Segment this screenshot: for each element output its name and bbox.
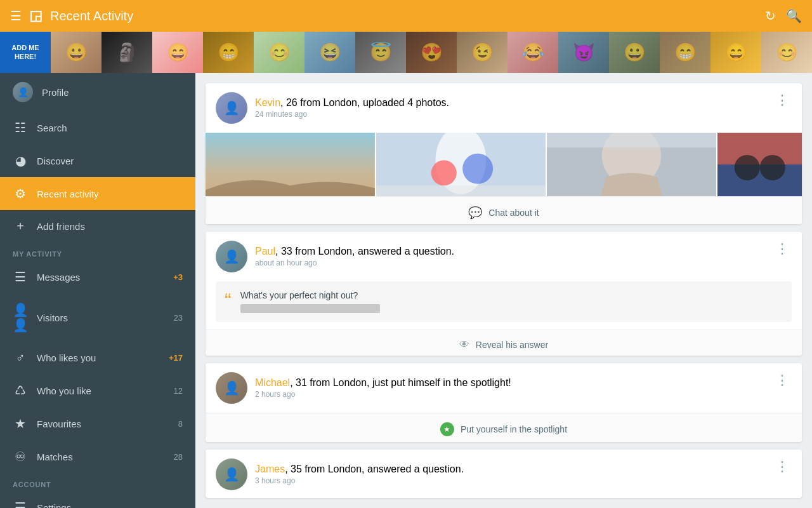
card-header-kevin: 👤 Kevin, 26 from London, uploaded 4 phot…	[206, 83, 802, 133]
activity-card-james: 👤 James, 35 from London, answered a ques…	[206, 450, 802, 498]
strip-photo-11[interactable]: 😈	[558, 32, 609, 73]
kevin-menu-icon[interactable]: ⋮	[773, 92, 792, 109]
favourites-icon: ★	[13, 416, 28, 431]
strip-photo-2[interactable]: 🗿	[102, 32, 152, 73]
sidebar-item-who-likes-you[interactable]: ♂ Who likes you +17	[0, 342, 195, 374]
strip-photo-1[interactable]: 😀	[51, 32, 102, 73]
sidebar-item-who-you-like[interactable]: ♺ Who you like 12	[0, 374, 195, 407]
search-icon[interactable]: 🔍	[786, 8, 802, 23]
menu-icon[interactable]: ☰	[10, 8, 22, 23]
content-area: 👤 Kevin, 26 from London, uploaded 4 phot…	[195, 73, 812, 508]
eye-icon: 👁	[459, 339, 469, 351]
paul-description: Paul, 33 from London, answered a questio…	[255, 246, 765, 257]
michael-time: 2 hours ago	[255, 390, 765, 399]
svg-rect-5	[376, 185, 546, 196]
kevin-photo-1[interactable]	[206, 133, 375, 196]
michael-info: Michael, 31 from London, just put himsel…	[255, 377, 765, 399]
messages-icon: ☰	[13, 269, 28, 284]
svg-rect-8	[547, 133, 716, 147]
avatar-paul[interactable]: 👤	[216, 241, 247, 272]
quote-icon: “	[225, 290, 232, 311]
strip-photo-7[interactable]: 😇	[355, 32, 406, 73]
svg-rect-10	[717, 133, 802, 164]
kevin-time: 24 minutes ago	[255, 110, 765, 119]
visitors-label: Visitors	[37, 312, 165, 323]
settings-label: Settings	[37, 502, 183, 509]
michael-spotlight-action[interactable]: ★ Put yourself in the spotlight	[206, 413, 802, 443]
kevin-info: Kevin, 26 from London, uploaded 4 photos…	[255, 97, 765, 119]
strip-photo-6[interactable]: 😆	[304, 32, 355, 73]
paul-info: Paul, 33 from London, answered a questio…	[255, 246, 765, 267]
paul-reveal-action[interactable]: 👁 Reveal his answer	[206, 330, 802, 356]
michael-description: Michael, 31 from London, just put himsel…	[255, 377, 765, 389]
sidebar-item-visitors[interactable]: 👤👤 Visitors 23	[0, 293, 195, 342]
sidebar-item-search[interactable]: ☷ Search	[0, 111, 195, 144]
card-header-james: 👤 James, 35 from London, answered a ques…	[206, 450, 802, 498]
strip-photo-10[interactable]: 😂	[508, 32, 558, 73]
sidebar-item-messages[interactable]: ☰ Messages +3	[0, 260, 195, 293]
settings-icon: ☰	[13, 500, 28, 508]
add-friends-label: Add friends	[37, 221, 183, 232]
avatar-james[interactable]: 👤	[216, 458, 247, 490]
strip-photo-12[interactable]: 😀	[609, 32, 660, 73]
card-header-michael: 👤 Michael, 31 from London, just put hims…	[206, 363, 802, 413]
paul-question-text: What's your perfect night out?	[240, 290, 380, 300]
discover-icon: ◕	[13, 153, 28, 168]
card-header-paul: 👤 Paul, 33 from London, answered a quest…	[206, 232, 802, 281]
strip-photo-5[interactable]: 😊	[254, 32, 304, 73]
kevin-photo-4[interactable]	[717, 133, 802, 196]
sidebar-item-matches[interactable]: ♾ Matches 28	[0, 440, 195, 473]
james-menu-icon[interactable]: ⋮	[773, 458, 792, 475]
kevin-desc: , 26 from London, uploaded 4 photos.	[280, 97, 449, 108]
activity-card-michael: 👤 Michael, 31 from London, just put hims…	[206, 363, 802, 443]
michael-name[interactable]: Michael	[255, 377, 290, 388]
paul-time: about an hour ago	[255, 258, 765, 267]
michael-menu-icon[interactable]: ⋮	[773, 372, 792, 389]
paul-answer-blurred	[240, 304, 380, 313]
james-description: James, 35 from London, answered a questi…	[255, 464, 765, 475]
main-layout: 👤 Profile ☷ Search ◕ Discover ⚙ Recent a…	[0, 73, 812, 508]
kevin-action-label: Chat about it	[488, 208, 539, 218]
sidebar-item-discover[interactable]: ◕ Discover	[0, 144, 195, 177]
kevin-photos	[206, 133, 802, 196]
activity-card-paul: 👤 Paul, 33 from London, answered a quest…	[206, 232, 802, 356]
avatar-michael[interactable]: 👤	[216, 372, 247, 404]
michael-desc: , 31 from London, just put himself in th…	[290, 377, 511, 388]
my-activity-section: MY ACTIVITY	[0, 243, 195, 260]
strip-photo-3[interactable]: 😄	[152, 32, 203, 73]
sidebar-item-add-friends[interactable]: + Add friends	[0, 210, 195, 243]
svg-point-12	[759, 155, 785, 180]
activity-card-kevin: 👤 Kevin, 26 from London, uploaded 4 phot…	[206, 83, 802, 224]
kevin-description: Kevin, 26 from London, uploaded 4 photos…	[255, 97, 765, 109]
strip-photo-15[interactable]: 😊	[761, 32, 812, 73]
messages-label: Messages	[37, 272, 164, 283]
paul-question-box: “ What's your perfect night out?	[216, 281, 792, 322]
top-icons: ↻ 🔍	[765, 8, 802, 23]
sidebar-item-recent-activity[interactable]: ⚙ Recent activity	[0, 177, 195, 210]
account-section: ACCOUNT	[0, 473, 195, 491]
matches-count: 28	[174, 452, 183, 462]
strip-photo-13[interactable]: 😁	[660, 32, 710, 73]
kevin-chat-action[interactable]: 💬 Chat about it	[206, 196, 802, 224]
avatar-kevin[interactable]: 👤	[216, 92, 247, 124]
paul-menu-icon[interactable]: ⋮	[773, 241, 792, 257]
paul-name[interactable]: Paul	[255, 246, 275, 257]
kevin-photo-3[interactable]	[547, 133, 716, 196]
refresh-icon[interactable]: ↻	[765, 8, 776, 23]
sidebar-item-profile[interactable]: 👤 Profile	[0, 73, 195, 111]
kevin-photo-2[interactable]	[376, 133, 546, 196]
james-name[interactable]: James	[255, 464, 285, 474]
kevin-name[interactable]: Kevin	[255, 97, 280, 108]
strip-photo-8[interactable]: 😍	[406, 32, 457, 73]
sidebar-item-settings[interactable]: ☰ Settings	[0, 491, 195, 508]
james-info: James, 35 from London, answered a questi…	[255, 464, 765, 485]
visitors-count: 23	[174, 313, 183, 323]
strip-photo-4[interactable]: 😁	[203, 32, 254, 73]
michael-action-label: Put yourself in the spotlight	[461, 424, 567, 434]
recent-activity-icon: ⚙	[13, 186, 28, 201]
strip-photo-14[interactable]: 😄	[710, 32, 761, 73]
strip-photo-9[interactable]: 😉	[457, 32, 508, 73]
add-me-button[interactable]: ADD ME HERE!	[0, 32, 51, 73]
sidebar-item-favourites[interactable]: ★ Favourites 8	[0, 407, 195, 440]
james-time: 3 hours ago	[255, 476, 765, 485]
